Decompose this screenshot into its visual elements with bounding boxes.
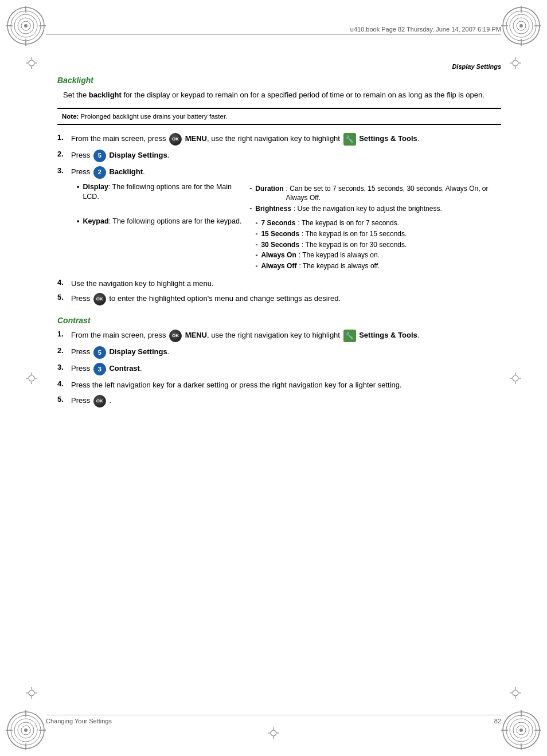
backlight-intro: Set the backlight for the display or key… [63,89,501,101]
step-1-body: From the main screen, press OK MENU, use… [71,133,501,146]
always-off-item: Always Off: The keypad is always off. [255,261,407,271]
contrast-step-5-body: Press OK . [71,395,501,408]
contrast-step-3: 3. Press 3 Contrast. [57,363,501,375]
always-on-item: Always On: The keypad is always on. [255,250,407,260]
svg-point-50 [29,375,34,381]
header-bar: u410.book Page 82 Thursday, June 14, 200… [46,26,501,35]
keypad-bullet: Keypad: The following options are for th… [77,217,501,272]
fifteen-seconds-item: 15 Seconds: The keypad is on for 15 seco… [255,229,407,239]
crosshair-bot-left [26,687,37,699]
thirty-seconds-item: 30 Seconds: The keypad is on for 30 seco… [255,240,407,250]
svg-point-40 [29,60,34,66]
corner-decoration-tr [501,6,541,46]
contrast-heading: Contrast [57,316,501,325]
ok-button-icon-c5: OK [93,395,106,408]
num-badge-3-c3: 3 [93,363,106,375]
contrast-step-1-body: From the main screen, press OK MENU, use… [71,330,501,342]
contrast-step-1-num: 1. [57,330,69,338]
contrast-step-4: 4. Press the left navigation key for a d… [57,379,501,391]
crosshair-top-right [510,57,521,69]
contrast-step-2: 2. Press 5 Display Settings. [57,346,501,359]
display-bullet: Display: The following options are for t… [77,182,501,215]
step-5-num: 5. [57,293,69,301]
corner-decoration-br [501,710,541,750]
num-badge-5-c2: 5 [93,346,106,359]
backlight-step-4: 4. Use the navigation key to highlight a… [57,278,501,289]
crosshair-mid-left [26,373,37,384]
svg-point-70 [271,730,276,736]
main-content: Display Settings Backlight Set the backl… [57,63,501,412]
step-1-num: 1. [57,133,69,142]
backlight-step-2: 2. Press 5 Display Settings. [57,150,501,162]
num-badge-5-icon: 5 [93,150,106,162]
step-4-num: 4. [57,278,69,287]
footer-left: Changing Your Settings [46,718,494,724]
footer-page-num: 82 [494,718,501,724]
footer: Changing Your Settings 82 [46,715,501,724]
ok-button-icon-c1: OK [169,330,182,342]
backlight-step-3: 3. Press 2 Backlight. Display: The follo… [57,166,501,274]
contrast-step-1: 1. From the main screen, press OK MENU, … [57,330,501,342]
settings-icon-1 [343,133,356,146]
svg-point-55 [513,375,518,381]
ok-button-icon-5: OK [93,293,106,305]
settings-icon-c1 [343,330,356,342]
svg-point-5 [24,24,28,28]
svg-point-65 [513,690,518,696]
svg-point-45 [513,60,518,66]
contrast-step-3-body: Press 3 Contrast. [71,363,501,375]
crosshair-top-left [26,57,37,69]
note-label: Note: [62,113,79,120]
backlight-step-5: 5. Press OK to enter the highlighted opt… [57,293,501,305]
step-3-num: 3. [57,166,69,175]
crosshair-bot-right [510,687,521,699]
contrast-step-2-num: 2. [57,346,69,355]
contrast-step-2-body: Press 5 Display Settings. [71,346,501,359]
note-text: Prolonged backlight use drains your batt… [79,113,227,120]
contrast-step-5: 5. Press OK . [57,395,501,408]
svg-point-60 [29,690,34,696]
note-box: Note: Prolonged backlight use drains you… [57,108,501,125]
corner-decoration-tl [6,6,46,46]
svg-point-25 [24,728,28,732]
book-info: u410.book Page 82 Thursday, June 14, 200… [350,26,501,33]
step-5-body: Press OK to enter the highlighted option… [71,293,501,305]
step-2-num: 2. [57,150,69,158]
backlight-step-1: 1. From the main screen, press OK MENU, … [57,133,501,146]
svg-point-35 [519,728,523,732]
contrast-step-5-num: 5. [57,395,69,404]
crosshair-mid-right [510,373,521,384]
display-settings-title: Display Settings [57,63,501,70]
brightness-item: Brightness: Use the navigation key to ad… [249,204,501,214]
step-3-body: Press 2 Backlight. Display: The followin… [71,166,501,274]
step-4-body: Use the navigation key to highlight a me… [71,278,501,289]
corner-decoration-bl [6,710,46,750]
num-badge-2-icon: 2 [93,166,106,179]
crosshair-bot-mid [268,727,279,739]
contrast-step-4-body: Press the left navigation key for a dark… [71,379,501,391]
duration-item: Duration: Can be set to 7 seconds, 15 se… [249,184,501,203]
ok-button-icon-1: OK [169,133,182,146]
seven-seconds-item: 7 Seconds: The keypad is on for 7 second… [255,218,407,228]
contrast-section: Contrast 1. From the main screen, press … [57,316,501,408]
contrast-step-3-num: 3. [57,363,69,371]
step-2-body: Press 5 Display Settings. [71,150,501,162]
svg-point-15 [519,24,523,28]
contrast-step-4-num: 4. [57,379,69,388]
backlight-heading: Backlight [57,76,501,85]
